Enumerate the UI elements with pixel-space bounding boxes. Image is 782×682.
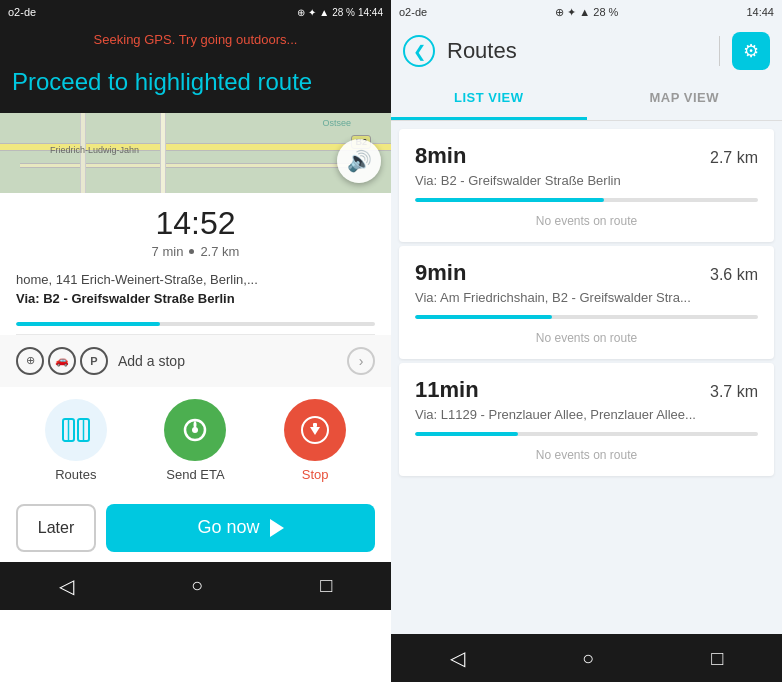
eta-section: 14:52 7 min 2.7 km — [0, 193, 391, 267]
progress-bar-container — [0, 314, 391, 334]
destination-info: home, 141 Erich-Weinert-Straße, Berlin,.… — [0, 267, 391, 314]
route-distance-0: 2.7 km — [710, 149, 758, 167]
sound-icon: 🔊 — [347, 149, 372, 173]
left-panel: o2-de ⊕ ✦ ▲ 28 % 14:44 Seeking GPS. Try … — [0, 0, 391, 682]
nav-back-right[interactable]: ◁ — [434, 638, 481, 678]
sound-button[interactable]: 🔊 — [337, 139, 381, 183]
route-header-text: Proceed to highlighted route — [12, 68, 379, 97]
settings-button[interactable]: ⚙ — [732, 32, 770, 70]
routes-button[interactable]: Routes — [45, 399, 107, 482]
route-via-2: Via: L1129 - Prenzlauer Allee, Prenzlaue… — [415, 407, 758, 422]
send-eta-btn-label: Send ETA — [166, 467, 224, 482]
routes-title: Routes — [447, 38, 707, 64]
route-card-header-0: 8min 2.7 km — [415, 143, 758, 169]
route-card-header-1: 9min 3.6 km — [415, 260, 758, 286]
send-eta-button[interactable]: Send ETA — [164, 399, 226, 482]
svg-point-5 — [192, 427, 198, 433]
action-buttons: Routes Send ETA Stop — [0, 387, 391, 494]
carrier-left: o2-de — [8, 6, 36, 18]
route-events-2: No events on route — [415, 444, 758, 466]
later-label: Later — [38, 519, 74, 537]
route-time-0: 8min — [415, 143, 466, 169]
carrier-text-left: o2-de — [8, 6, 36, 18]
gps-banner: Seeking GPS. Try going outdoors... — [0, 24, 391, 54]
eta-details: 7 min 2.7 km — [16, 244, 375, 259]
tab-map-label: MAP VIEW — [650, 90, 720, 105]
svg-rect-7 — [313, 423, 317, 427]
destination-address: home, 141 Erich-Weinert-Straße, Berlin,.… — [16, 271, 375, 289]
tabs-row: LIST VIEW MAP VIEW — [391, 78, 782, 121]
nav-back-left[interactable]: ◁ — [43, 566, 90, 606]
road-label: Friedrich-Ludwig-Jahn — [50, 145, 139, 155]
gonow-arrow-icon — [270, 519, 284, 537]
gonow-button[interactable]: Go now — [106, 504, 375, 552]
tab-map-view[interactable]: MAP VIEW — [587, 78, 783, 120]
add-stop-arrow[interactable]: › — [347, 347, 375, 375]
nav-square-right[interactable]: □ — [695, 639, 739, 678]
route-card-1[interactable]: 9min 3.6 km Via: Am Friedrichshain, B2 -… — [399, 246, 774, 359]
stop-icon-parking: P — [80, 347, 108, 375]
battery-right: 28 % — [593, 6, 618, 18]
stop-button[interactable]: Stop — [284, 399, 346, 482]
gear-icon: ⚙ — [743, 40, 759, 62]
send-eta-icon — [178, 413, 212, 447]
stop-icon-car: 🚗 — [48, 347, 76, 375]
back-icon: ❮ — [413, 42, 426, 61]
gps-text: Seeking GPS. Try going outdoors... — [94, 32, 298, 47]
back-button[interactable]: ❮ — [403, 35, 435, 67]
nav-home-left[interactable]: ○ — [175, 566, 219, 605]
route-progress-fill-0 — [415, 198, 604, 202]
eta-dot — [189, 249, 194, 254]
route-header: Proceed to highlighted route — [0, 54, 391, 113]
eta-duration: 7 min — [152, 244, 184, 259]
routes-icon — [61, 415, 91, 445]
add-stop-label: Add a stop — [118, 353, 337, 369]
bottom-buttons: Later Go now — [0, 494, 391, 562]
route-time-2: 11min — [415, 377, 479, 403]
route-progress-0 — [415, 198, 758, 202]
time-left: 14:44 — [358, 7, 383, 18]
nav-home-right[interactable]: ○ — [566, 639, 610, 678]
tab-list-view[interactable]: LIST VIEW — [391, 78, 587, 120]
route-via-1: Via: Am Friedrichshain, B2 - Greifswalde… — [415, 290, 758, 305]
route-progress-1 — [415, 315, 758, 319]
gps-icon-right: ⊕ — [555, 6, 564, 18]
signal-icon-right: ▲ — [579, 6, 590, 18]
right-panel: o2-de ⊕ ✦ ▲ 28 % 14:44 ❮ Routes ⚙ LIST V… — [391, 0, 782, 682]
gonow-label: Go now — [197, 517, 259, 538]
bluetooth-icon: ✦ — [308, 7, 316, 18]
route-card-0[interactable]: 8min 2.7 km Via: B2 - Greifswalder Straß… — [399, 129, 774, 242]
ostsee-label: Ostsee — [322, 118, 351, 128]
bluetooth-icon-right: ✦ — [567, 6, 576, 18]
nav-bar-left: ◁ ○ □ — [0, 562, 391, 610]
routes-btn-label: Routes — [55, 467, 96, 482]
status-icons-left: ⊕ ✦ ▲ 28 % 14:44 — [297, 7, 383, 18]
later-button[interactable]: Later — [16, 504, 96, 552]
status-bar-left: o2-de ⊕ ✦ ▲ 28 % 14:44 — [0, 0, 391, 24]
progress-bar-fill — [16, 322, 160, 326]
route-progress-2 — [415, 432, 758, 436]
nav-bar-right: ◁ ○ □ — [391, 634, 782, 682]
stop-btn-label: Stop — [302, 467, 329, 482]
routes-list: 8min 2.7 km Via: B2 - Greifswalder Straß… — [391, 121, 782, 634]
stop-icon-location: ⊕ — [16, 347, 44, 375]
routes-icon-circle — [45, 399, 107, 461]
route-time-1: 9min — [415, 260, 466, 286]
route-events-1: No events on route — [415, 327, 758, 349]
routes-header: ❮ Routes ⚙ — [391, 24, 782, 78]
nav-square-left[interactable]: □ — [304, 566, 348, 605]
map-road-v2 — [160, 113, 166, 193]
header-divider — [719, 36, 720, 66]
route-card-2[interactable]: 11min 3.7 km Via: L1129 - Prenzlauer All… — [399, 363, 774, 476]
status-icons-right: ⊕ ✦ ▲ 28 % — [555, 6, 618, 19]
eta-time: 14:52 — [16, 205, 375, 242]
destination-via: Via: B2 - Greifswalder Straße Berlin — [16, 291, 375, 306]
add-stop-row[interactable]: ⊕ 🚗 P Add a stop › — [0, 335, 391, 387]
send-eta-icon-circle — [164, 399, 226, 461]
stop-icons: ⊕ 🚗 P — [16, 347, 108, 375]
gps-icon: ⊕ — [297, 7, 305, 18]
battery-left: 28 % — [332, 7, 355, 18]
stop-icon — [298, 413, 332, 447]
route-events-0: No events on route — [415, 210, 758, 232]
map-area: Friedrich-Ludwig-Jahn B2 Ostsee 🔊 — [0, 113, 391, 193]
